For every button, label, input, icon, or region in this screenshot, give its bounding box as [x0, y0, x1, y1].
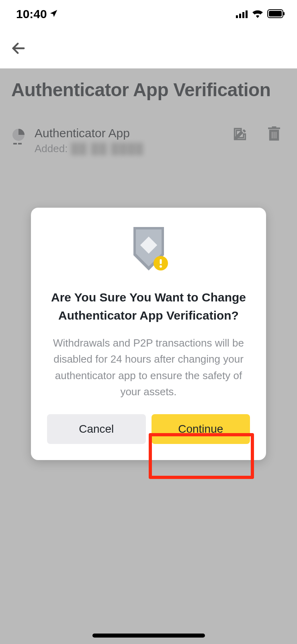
status-icons — [236, 7, 285, 21]
svg-rect-3 — [246, 10, 248, 18]
svg-rect-0 — [236, 15, 238, 18]
modal-title: Are You Sure You Want to Change Authenti… — [47, 288, 250, 324]
confirm-modal: Are You Sure You Want to Change Authenti… — [31, 208, 266, 460]
svg-rect-5 — [269, 11, 282, 17]
modal-body: Withdrawals and P2P transactions will be… — [47, 335, 250, 400]
battery-icon — [267, 7, 285, 21]
modal-buttons: Cancel Continue — [47, 414, 250, 444]
svg-rect-1 — [239, 14, 241, 18]
status-bar: 10:40 — [0, 0, 297, 28]
svg-point-21 — [160, 265, 162, 268]
svg-rect-20 — [160, 259, 162, 264]
svg-rect-2 — [242, 12, 244, 18]
back-button[interactable] — [10, 39, 27, 57]
cancel-button[interactable]: Cancel — [47, 414, 146, 444]
home-indicator — [92, 634, 205, 638]
cellular-icon — [236, 7, 248, 21]
svg-rect-6 — [283, 12, 285, 15]
modal-shield-icon — [47, 226, 250, 275]
wifi-icon — [252, 7, 263, 21]
status-time-group: 10:40 — [16, 7, 58, 21]
status-time: 10:40 — [16, 7, 47, 21]
continue-button[interactable]: Continue — [152, 414, 250, 444]
location-icon — [49, 7, 58, 21]
nav-bar — [0, 28, 297, 68]
